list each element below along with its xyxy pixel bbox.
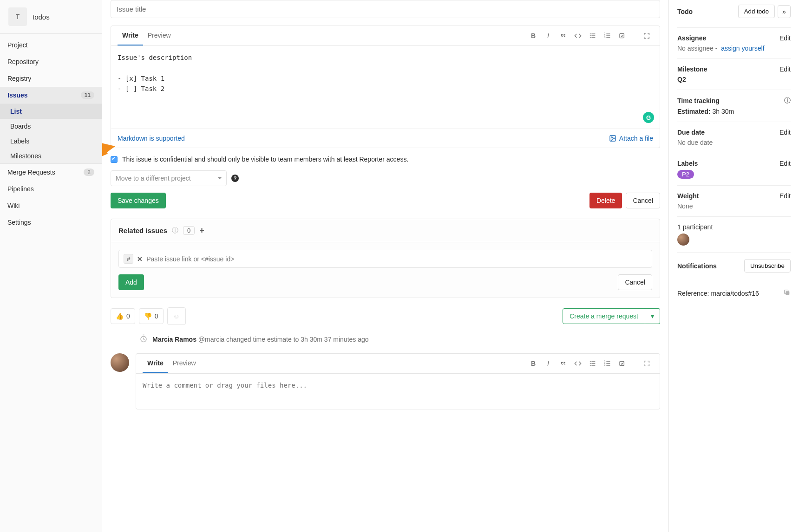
copy-reference-icon[interactable] [783,289,791,298]
description-textarea[interactable]: Issue's description - [x] Task 1 - [ ] T… [118,52,653,122]
sidebar-item-wiki[interactable]: Wiki [0,197,102,214]
code-icon[interactable] [571,357,584,370]
participant-avatar[interactable] [677,234,689,246]
code-icon[interactable] [571,29,584,42]
thumbs-up-count: 0 [126,312,130,320]
comment-tab-write[interactable]: Write [143,354,168,373]
merge-request-dropdown[interactable]: ▾ [645,308,660,324]
save-changes-button[interactable]: Save changes [111,193,166,208]
tab-write[interactable]: Write [118,26,143,45]
assignee-title: Assignee [677,34,706,42]
edit-milestone[interactable]: Edit [779,65,791,73]
sidebar-sub-labels[interactable]: Labels [0,134,102,149]
ul-icon[interactable] [586,29,599,42]
svg-rect-24 [606,361,610,362]
attach-label: Attach a file [619,135,653,142]
tab-preview[interactable]: Preview [143,26,176,45]
add-reaction-button[interactable]: ☺ [167,307,186,325]
edit-assignee[interactable]: Edit [779,34,791,42]
activity-author[interactable]: Marcia Ramos [152,336,196,343]
project-sidebar: T todos Project Repository Registry Issu… [0,0,102,532]
svg-rect-26 [606,363,610,363]
edit-due-date[interactable]: Edit [779,129,791,136]
unsubscribe-button[interactable]: Unsubscribe [744,259,791,272]
edit-labels[interactable]: Edit [779,160,791,167]
comment-textarea[interactable] [143,380,653,401]
sidebar-item-registry[interactable]: Registry [0,70,102,87]
create-merge-request-button[interactable]: Create a merge request [563,308,645,324]
italic-icon[interactable]: I [542,357,555,370]
sidebar-item-merge-requests[interactable]: Merge Requests 2 [0,164,102,181]
italic-icon[interactable]: I [542,29,555,42]
mr-count-badge: 2 [84,169,94,176]
svg-rect-29 [620,361,624,365]
help-icon[interactable]: ? [231,175,239,182]
help-icon[interactable]: ⓘ [784,97,791,105]
svg-point-2 [590,35,591,36]
fullscreen-icon[interactable] [640,29,653,42]
collapse-sidebar-icon[interactable]: » [778,5,791,18]
thumbs-up-button[interactable]: 👍 0 [111,308,135,324]
help-icon[interactable]: ⓘ [172,227,178,235]
project-header[interactable]: T todos [0,0,102,34]
ol-icon[interactable]: 123 [601,29,614,42]
related-issue-input[interactable] [146,255,647,263]
tasklist-icon[interactable] [616,357,629,370]
sidebar-sub-boards[interactable]: Boards [0,119,102,134]
issue-title-input[interactable] [111,0,660,18]
cancel-button[interactable]: Cancel [626,193,660,208]
user-avatar[interactable] [111,353,129,372]
edit-weight[interactable]: Edit [779,192,791,200]
estimated-value: 3h 30m [712,108,734,115]
sidebar-sub-list[interactable]: List [0,104,102,119]
grammarly-icon[interactable]: G [643,112,654,123]
attach-file-link[interactable]: Attach a file [609,135,653,142]
related-issues-panel: Related issues ⓘ 0 + # ✕ Add Cancel [111,219,660,298]
reference-label: Reference: [677,290,709,297]
thumbs-down-button[interactable]: 👎 0 [139,308,164,324]
ol-icon[interactable]: 123 [601,357,614,370]
bold-icon[interactable]: B [527,357,540,370]
sidebar-sub-milestones[interactable]: Milestones [0,149,102,163]
tasklist-icon[interactable] [616,29,629,42]
sidebar-item-pipelines[interactable]: Pipelines [0,181,102,197]
fullscreen-icon[interactable] [640,357,653,370]
comment-tab-preview[interactable]: Preview [168,354,201,373]
move-project-select[interactable]: Move to a different project [111,170,227,186]
bold-icon[interactable]: B [527,29,540,42]
thumbs-down-count: 0 [155,312,158,320]
stopwatch-icon [139,334,148,344]
svg-rect-9 [606,35,610,36]
delete-button[interactable]: Delete [589,193,622,208]
quote-icon[interactable] [557,357,570,370]
issue-details-sidebar: Todo Add todo » AssigneeEdit No assignee… [669,0,799,532]
estimated-label: Estimated: [677,108,711,115]
nav-label: List [10,108,22,115]
label-pill-p2[interactable]: P2 [677,170,694,179]
add-related-button[interactable]: Add [118,274,144,290]
svg-point-17 [590,361,591,362]
sidebar-item-settings[interactable]: Settings [0,214,102,231]
cancel-related-button[interactable]: Cancel [618,274,652,290]
markdown-help-link[interactable]: Markdown is supported [118,135,185,142]
add-todo-button[interactable]: Add todo [738,5,775,18]
svg-point-21 [590,365,591,366]
ul-icon[interactable] [586,357,599,370]
comment-editor: Write Preview B I 123 [136,353,660,409]
assignee-value: No assignee - [677,45,717,52]
related-count: 0 [183,226,195,235]
add-related-icon[interactable]: + [199,226,204,235]
participants-title: 1 participant [677,223,791,231]
sidebar-item-issues[interactable]: Issues 11 [0,87,102,104]
sidebar-item-project[interactable]: Project [0,37,102,53]
sidebar-item-repository[interactable]: Repository [0,53,102,70]
remove-tag-icon[interactable]: ✕ [137,255,143,263]
quote-icon[interactable] [557,29,570,42]
assign-yourself-link[interactable]: assign yourself [721,45,764,52]
nav-label: Registry [7,75,31,82]
svg-point-4 [590,37,591,38]
nav-label: Boards [10,123,31,130]
due-date-title: Due date [677,129,705,136]
confidential-checkbox[interactable] [111,156,118,163]
activity-handle: @marcia [198,336,224,343]
